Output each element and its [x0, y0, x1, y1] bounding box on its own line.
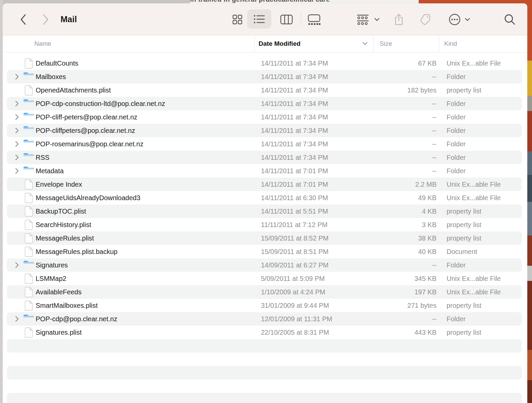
- table-row[interactable]: [3, 393, 527, 403]
- file-name: MessageUidsAlreadyDownloaded3: [36, 194, 254, 202]
- file-date-modified: 14/11/2011 at 7:34 PM: [254, 154, 373, 161]
- disclosure-chevron-icon[interactable]: [15, 127, 19, 134]
- file-name: RSS: [36, 154, 254, 161]
- more-button[interactable]: [444, 3, 474, 35]
- table-row[interactable]: Metadata 14/11/2011 at 7:01 PM -- Folder: [3, 164, 527, 178]
- file-date-modified: 5/09/2011 at 5:09 PM: [254, 275, 373, 283]
- table-row[interactable]: OpenedAttachments.plist 14/11/2011 at 7:…: [3, 83, 527, 97]
- table-row[interactable]: [3, 339, 527, 353]
- file-date-modified: 15/09/2011 at 8:52 PM: [254, 234, 373, 242]
- file-kind: Unix Ex...able File: [439, 60, 527, 67]
- file-date-modified: 12/01/2009 at 11:31 PM: [254, 315, 373, 323]
- file-date-modified: 14/11/2011 at 7:34 PM: [254, 60, 373, 67]
- gallery-view-button[interactable]: [305, 3, 324, 35]
- table-row[interactable]: LSMMap2 5/09/2011 at 5:09 PM 345 KB Unix…: [3, 272, 527, 285]
- table-row[interactable]: SearchHistory.plist 11/11/2011 at 7:12 P…: [3, 218, 527, 231]
- search-button[interactable]: [501, 3, 519, 35]
- icon-view-button[interactable]: [229, 3, 246, 35]
- list-icon: [254, 14, 265, 24]
- disclosure-chevron-icon[interactable]: [15, 74, 19, 80]
- table-row[interactable]: POP-cdp@pop.clear.net.nz 12/01/2009 at 1…: [3, 312, 527, 326]
- folder-icon: [23, 72, 34, 81]
- share-icon: [394, 13, 404, 26]
- file-kind: Folder: [439, 113, 527, 121]
- share-button[interactable]: [390, 3, 408, 35]
- disclosure-chevron-icon[interactable]: [15, 262, 19, 268]
- gallery-icon: [307, 14, 321, 25]
- column-header-date-modified[interactable]: Date Modified: [254, 35, 373, 52]
- table-row[interactable]: MessageRules.plist 15/09/2011 at 8:52 PM…: [3, 231, 527, 245]
- folder-icon: [23, 261, 34, 270]
- table-row[interactable]: BackupTOC.plist 14/11/2011 at 5:51 PM 4 …: [3, 205, 527, 218]
- table-row[interactable]: [3, 379, 527, 393]
- disclosure-chevron-icon[interactable]: [15, 141, 19, 147]
- disclosure-chevron-icon[interactable]: [15, 101, 19, 107]
- file-name: POP-cliffpeters@pop.clear.net.nz: [36, 127, 254, 135]
- document-icon: [25, 247, 33, 257]
- table-row[interactable]: POP-cliff-peters@pop.clear.net.nz 14/11/…: [3, 110, 527, 124]
- table-row[interactable]: Signatures.plist 22/10/2005 at 8:31 PM 4…: [3, 326, 527, 339]
- table-row[interactable]: POP-cliffpeters@pop.clear.net.nz 14/11/2…: [3, 124, 527, 137]
- table-row[interactable]: MessageUidsAlreadyDownloaded3 14/11/2011…: [3, 191, 527, 205]
- chevron-down-icon: [465, 17, 470, 22]
- table-row[interactable]: Mailboxes 14/11/2011 at 7:34 PM -- Folde…: [3, 70, 527, 83]
- table-row[interactable]: SmartMailboxes.plist 31/01/2009 at 9:44 …: [3, 299, 527, 312]
- file-date-modified: 14/11/2011 at 7:34 PM: [254, 113, 373, 121]
- row-background: [7, 353, 522, 366]
- tag-button[interactable]: [416, 3, 435, 35]
- file-kind: Folder: [439, 140, 527, 148]
- file-name: LSMMap2: [36, 275, 254, 283]
- magnifier-icon: [504, 13, 516, 26]
- disclosure-chevron-icon[interactable]: [15, 168, 19, 174]
- file-name: Metadata: [36, 167, 254, 175]
- table-row[interactable]: POP-rosemarinus@pop.clear.net.nz 14/11/2…: [3, 137, 527, 151]
- disclosure-chevron-icon[interactable]: [15, 154, 19, 160]
- file-name: OpenedAttachments.plist: [36, 86, 254, 94]
- file-kind: Unix Ex...able File: [439, 194, 527, 202]
- file-date-modified: 14/11/2011 at 6:30 PM: [254, 194, 373, 202]
- disclosure-chevron-icon[interactable]: [15, 114, 19, 120]
- table-row[interactable]: Signatures 14/09/2011 at 6:27 PM -- Fold…: [3, 258, 527, 272]
- table-row[interactable]: [3, 366, 527, 379]
- file-name: SmartMailboxes.plist: [36, 302, 254, 309]
- disclosure-chevron-icon[interactable]: [15, 316, 19, 322]
- column-view-button[interactable]: [278, 3, 295, 35]
- row-background: [7, 339, 522, 353]
- file-name: POP-rosemarinus@pop.clear.net.nz: [36, 140, 254, 148]
- document-icon: [25, 233, 33, 244]
- column-header-name[interactable]: Name: [3, 35, 254, 52]
- file-size: 443 KB: [373, 329, 439, 336]
- table-row[interactable]: RSS 14/11/2011 at 7:34 PM -- Folder: [3, 151, 527, 164]
- column-header-kind[interactable]: Kind: [439, 35, 527, 52]
- column-header-size[interactable]: Size: [373, 35, 439, 52]
- file-date-modified: 22/10/2005 at 8:31 PM: [254, 329, 373, 336]
- table-row[interactable]: DefaultCounts 14/11/2011 at 7:34 PM 67 K…: [3, 57, 527, 70]
- file-kind: Folder: [439, 315, 527, 323]
- file-date-modified: 15/09/2011 at 8:51 PM: [254, 248, 373, 256]
- file-date-modified: 14/11/2011 at 7:34 PM: [254, 100, 373, 108]
- back-button[interactable]: [16, 3, 31, 35]
- file-size: 2.2 MB: [373, 181, 439, 188]
- file-name: Envelope Index: [36, 181, 254, 188]
- group-button[interactable]: [353, 3, 383, 35]
- file-kind: property list: [439, 221, 527, 229]
- document-icon: [25, 85, 33, 96]
- table-row[interactable]: MessageRules.plist.backup 15/09/2011 at …: [3, 245, 527, 258]
- table-row[interactable]: Envelope Index 14/11/2011 at 7:01 PM 2.2…: [3, 178, 527, 191]
- document-icon: [25, 220, 33, 230]
- table-row[interactable]: POP-cdp-construction-ltd@pop.clear.net.n…: [3, 97, 527, 110]
- file-date-modified: 14/11/2011 at 7:01 PM: [254, 181, 373, 188]
- file-date-modified: 14/11/2011 at 7:34 PM: [254, 140, 373, 148]
- list-view-button[interactable]: [247, 9, 271, 29]
- table-row[interactable]: AvailableFeeds 1/10/2009 at 4:24 PM 197 …: [3, 285, 527, 299]
- table-row[interactable]: [3, 353, 527, 366]
- file-kind: Folder: [439, 73, 527, 81]
- group-by-icon: [357, 14, 371, 25]
- document-icon: [25, 179, 33, 190]
- background-window-edge: [0, 0, 3, 403]
- file-name: MessageRules.plist: [36, 234, 254, 242]
- chevron-down-icon: [374, 17, 380, 22]
- forward-button[interactable]: [38, 3, 53, 35]
- file-size: 38 KB: [373, 234, 439, 242]
- file-date-modified: 14/11/2011 at 7:34 PM: [254, 73, 373, 81]
